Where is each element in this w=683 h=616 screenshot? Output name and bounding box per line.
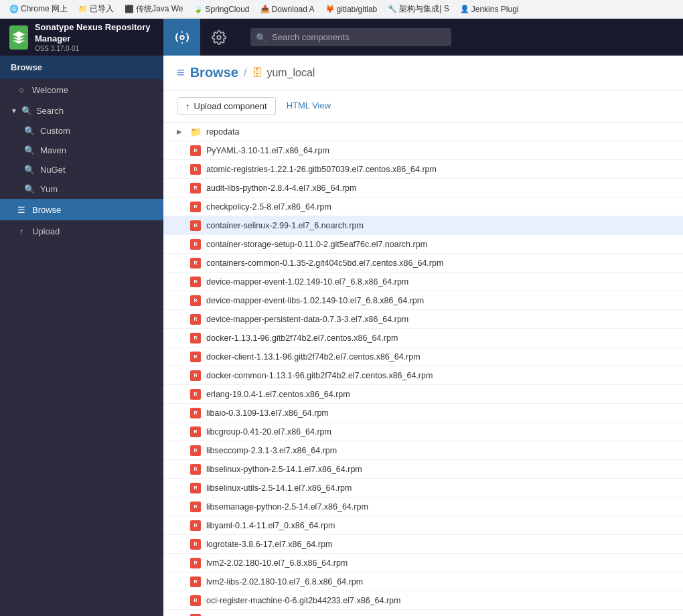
- file-row[interactable]: R device-mapper-event-libs-1.02.149-10.e…: [163, 291, 683, 310]
- rpm-icon: R: [190, 558, 201, 568]
- file-row[interactable]: R device-mapper-persistent-data-0.7.3-3.…: [163, 310, 683, 329]
- file-row[interactable]: ▶ 📁 repodata: [163, 123, 683, 141]
- bookmark-java[interactable]: ⬛ 传统Java We: [121, 2, 187, 16]
- rpm-icon: R: [190, 164, 201, 175]
- sidebar: Browse ○ Welcome ▼ 🔍 Search 🔍 Custom 🔍 M…: [0, 56, 163, 616]
- sidebar-item-maven[interactable]: 🔍 Maven: [0, 141, 163, 160]
- rpm-icon: R: [190, 202, 201, 212]
- file-name: docker-1.13.1-96.gitb2f74b2.el7.centos.x…: [206, 333, 398, 343]
- app-header: Sonatype Nexus Repository Manager OSS 3.…: [0, 19, 683, 56]
- rpm-icon: R: [190, 483, 201, 493]
- file-row[interactable]: R libaio-0.3.109-13.el7.x86_64.rpm: [163, 404, 683, 422]
- file-row[interactable]: R oci-systemd-hook-0.2.0-1.git05e6923.el…: [163, 610, 683, 616]
- file-row[interactable]: R device-mapper-event-1.02.149-10.el7_6.…: [163, 273, 683, 291]
- bookmark-chrome[interactable]: 🌐 Chrome 网上: [5, 2, 72, 16]
- rpm-icon: R: [190, 295, 201, 306]
- sidebar-search-toggle[interactable]: ▼ 🔍 Search: [0, 100, 163, 121]
- bookmark-gitlab[interactable]: 🦊 gitlab/gitlab: [321, 3, 382, 15]
- rpm-icon: R: [190, 464, 201, 475]
- file-row[interactable]: R libyaml-0.1.4-11.el7_0.x86_64.rpm: [163, 516, 683, 535]
- file-row[interactable]: R oci-register-machine-0-6.git2b44233.el…: [163, 591, 683, 610]
- rpm-icon: R: [190, 352, 201, 362]
- sidebar-item-yum[interactable]: 🔍 Yum: [0, 179, 163, 199]
- bookmark-jenkins[interactable]: 👤 Jenkins Plugi: [456, 3, 523, 15]
- rpm-icon: R: [190, 314, 201, 325]
- file-name: erlang-19.0.4-1.el7.centos.x86_64.rpm: [206, 390, 350, 399]
- file-row[interactable]: R atomic-registries-1.22.1-26.gitb507039…: [163, 160, 683, 179]
- file-row[interactable]: R container-selinux-2.99-1.el7_6.noarch.…: [163, 216, 683, 235]
- file-row[interactable]: R libcgroup-0.41-20.el7.x86_64.rpm: [163, 422, 683, 441]
- file-row[interactable]: R docker-1.13.1-96.gitb2f74b2.el7.centos…: [163, 329, 683, 348]
- bookmark-arch[interactable]: 🔧 架构与集成| S: [384, 2, 453, 16]
- file-row[interactable]: R lvm2-libs-2.02.180-10.el7_6.8.x86_64.r…: [163, 572, 683, 591]
- file-name: repodata: [206, 127, 239, 137]
- bookmark-spring[interactable]: 🍃 SpringCloud: [189, 3, 253, 15]
- file-name: lvm2-libs-2.02.180-10.el7_6.8.x86_64.rpm: [206, 577, 363, 587]
- sidebar-item-upload[interactable]: ↑ Upload: [0, 220, 163, 242]
- main-layout: Browse ○ Welcome ▼ 🔍 Search 🔍 Custom 🔍 M…: [0, 56, 683, 616]
- settings-nav-button[interactable]: [200, 19, 237, 56]
- bookmark-download[interactable]: 📥 Download A: [256, 3, 319, 15]
- expand-icon: ▶: [177, 128, 185, 135]
- file-row[interactable]: R libselinux-utils-2.5-14.1.el7.x86_64.r…: [163, 479, 683, 497]
- file-name: device-mapper-event-1.02.149-10.el7_6.8.…: [206, 277, 408, 287]
- svg-point-1: [217, 35, 221, 40]
- rpm-icon: R: [190, 427, 201, 437]
- folder-icon: 📁: [190, 127, 201, 137]
- browse-nav-button[interactable]: [163, 19, 200, 56]
- file-name: atomic-registries-1.22.1-26.gitb507039.e…: [206, 165, 437, 174]
- file-row[interactable]: R checkpolicy-2.5-8.el7.x86_64.rpm: [163, 198, 683, 216]
- bookmark-imported[interactable]: 📁 已导入: [74, 2, 118, 16]
- db-icon: 🗄: [252, 67, 262, 79]
- html-view-tab[interactable]: HTML View: [285, 97, 332, 115]
- rpm-icon: R: [190, 614, 201, 617]
- file-name: container-selinux-2.99-1.el7_6.noarch.rp…: [206, 221, 364, 230]
- file-row[interactable]: R audit-libs-python-2.8.4-4.el7.x86_64.r…: [163, 179, 683, 198]
- file-row[interactable]: R libsemanage-python-2.5-14.el7.x86_64.r…: [163, 497, 683, 516]
- file-row[interactable]: R logrotate-3.8.6-17.el7.x86_64.rpm: [163, 535, 683, 554]
- app-title: Sonatype Nexus Repository Manager: [35, 22, 154, 45]
- file-name: libseccomp-2.3.1-3.el7.x86_64.rpm: [206, 446, 337, 455]
- upload-component-button[interactable]: ↑ Upload component: [177, 97, 276, 115]
- breadcrumb-separator: /: [244, 67, 246, 79]
- file-row[interactable]: R PyYAML-3.10-11.el7.x86_64.rpm: [163, 141, 683, 160]
- file-name: docker-common-1.13.1-96.gitb2f74b2.el7.c…: [206, 371, 433, 380]
- rpm-icon: R: [190, 333, 201, 343]
- search-input[interactable]: [250, 28, 451, 46]
- rpm-icon: R: [190, 277, 201, 287]
- sidebar-group-search: ▼ 🔍 Search 🔍 Custom 🔍 Maven 🔍 NuGet 🔍 Yu…: [0, 100, 163, 199]
- breadcrumb-sub: 🗄 yum_local: [252, 67, 315, 79]
- file-row[interactable]: R libselinux-python-2.5-14.1.el7.x86_64.…: [163, 460, 683, 479]
- file-row[interactable]: R libseccomp-2.3.1-3.el7.x86_64.rpm: [163, 441, 683, 460]
- rpm-icon: R: [190, 183, 201, 194]
- folder-icon: 📁: [78, 5, 88, 14]
- sidebar-item-custom[interactable]: 🔍 Custom: [0, 121, 163, 141]
- file-name: PyYAML-3.10-11.el7.x86_64.rpm: [206, 146, 329, 155]
- sidebar-item-browse[interactable]: ☰ Browse: [0, 199, 163, 220]
- rpm-icon: R: [190, 408, 201, 418]
- nuget-search-icon: 🔍: [24, 165, 35, 175]
- file-name: lvm2-2.02.180-10.el7_6.8.x86_64.rpm: [206, 558, 348, 568]
- chrome-icon: 🌐: [9, 5, 19, 14]
- file-row[interactable]: R docker-common-1.13.1-96.gitb2f74b2.el7…: [163, 366, 683, 385]
- search-bar-section: 🔍: [250, 28, 451, 46]
- file-row[interactable]: R container-storage-setup-0.11.0-2.git5e…: [163, 235, 683, 254]
- app-title-block: Sonatype Nexus Repository Manager OSS 3.…: [35, 22, 154, 52]
- file-name: libcgroup-0.41-20.el7.x86_64.rpm: [206, 427, 331, 437]
- file-name: container-storage-setup-0.11.0-2.git5eaf…: [206, 240, 427, 249]
- java-icon: ⬛: [125, 5, 134, 14]
- rpm-icon: R: [190, 445, 201, 456]
- file-name: docker-client-1.13.1-96.gitb2f74b2.el7.c…: [206, 352, 421, 362]
- file-row[interactable]: R containers-common-0.1.35-2.git404c5bd.…: [163, 254, 683, 273]
- rpm-icon: R: [190, 576, 201, 587]
- sidebar-item-nuget[interactable]: 🔍 NuGet: [0, 160, 163, 179]
- file-row[interactable]: R erlang-19.0.4-1.el7.centos.x86_64.rpm: [163, 385, 683, 404]
- file-name: libyaml-0.1.4-11.el7_0.x86_64.rpm: [206, 521, 335, 530]
- file-name: device-mapper-persistent-data-0.7.3-3.el…: [206, 315, 408, 324]
- file-name: device-mapper-event-libs-1.02.149-10.el7…: [206, 296, 424, 305]
- file-row[interactable]: R lvm2-2.02.180-10.el7_6.8.x86_64.rpm: [163, 554, 683, 572]
- file-row[interactable]: R docker-client-1.13.1-96.gitb2f74b2.el7…: [163, 348, 683, 366]
- browse-sidebar-icon: ☰: [16, 204, 27, 215]
- bookmarks-bar: 🌐 Chrome 网上 📁 已导入 ⬛ 传统Java We 🍃 SpringCl…: [0, 0, 683, 19]
- sidebar-item-welcome[interactable]: ○ Welcome: [0, 79, 163, 100]
